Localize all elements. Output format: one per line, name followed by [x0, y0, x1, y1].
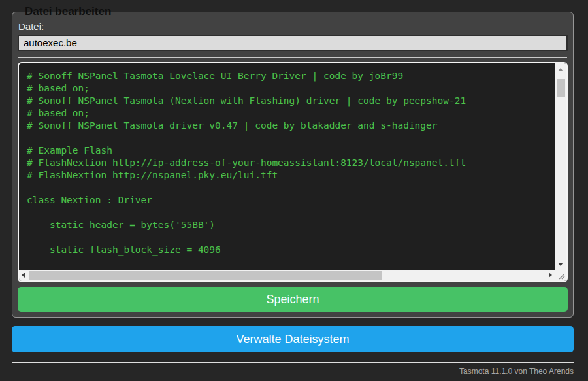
footer: Tasmota 11.1.0 von Theo Arends: [12, 362, 574, 376]
horizontal-scrollbar[interactable]: [19, 270, 555, 281]
scroll-up-icon[interactable]: [558, 68, 563, 71]
save-button[interactable]: Speichern: [18, 287, 568, 312]
footer-divider: [12, 362, 574, 363]
resize-grip-icon[interactable]: [555, 270, 566, 281]
manage-filesystem-button[interactable]: Verwalte Dateisystem: [12, 326, 574, 352]
horizontal-scroll-thumb[interactable]: [29, 271, 382, 280]
input-divider: [18, 57, 567, 58]
scroll-right-icon[interactable]: [549, 273, 552, 278]
vertical-scrollbar[interactable]: [555, 63, 566, 270]
scroll-left-icon[interactable]: [22, 273, 25, 278]
page: { "form": { "legend": "Datei bearbeiten"…: [0, 0, 588, 381]
file-editor[interactable]: # Sonoff NSPanel Tasmota Lovelace UI Ber…: [18, 62, 568, 282]
footer-version-link[interactable]: Tasmota 11.1.0 von Theo Arends: [459, 367, 574, 376]
edit-file-fieldset: Datei bearbeiten Datei: # Sonoff NSPanel…: [12, 5, 574, 318]
content-area: Datei bearbeiten Datei: # Sonoff NSPanel…: [12, 0, 574, 376]
file-label: Datei:: [18, 21, 568, 32]
filename-input[interactable]: [18, 35, 568, 51]
scroll-down-icon[interactable]: [558, 263, 563, 266]
fieldset-legend: Datei bearbeiten: [22, 5, 114, 18]
vertical-scroll-thumb[interactable]: [557, 79, 565, 97]
file-content-textarea[interactable]: # Sonoff NSPanel Tasmota Lovelace UI Ber…: [19, 63, 566, 281]
